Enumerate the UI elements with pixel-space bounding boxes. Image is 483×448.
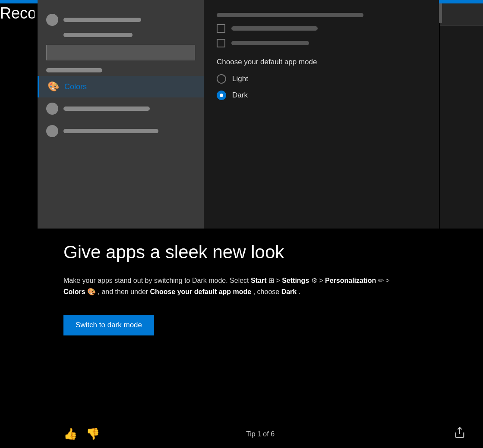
desc-gear-icon: ⚙ xyxy=(311,277,317,284)
sidebar-line-1 xyxy=(63,107,150,111)
main-description: Make your apps stand out by switching to… xyxy=(63,275,400,297)
radio-label-light: Light xyxy=(232,75,248,83)
desc-edit-icon: ✏ xyxy=(378,277,384,284)
radio-circle-dark[interactable] xyxy=(217,91,226,100)
sidebar-colors-item[interactable]: 🎨 Colors xyxy=(38,76,204,97)
desc-sep2: > xyxy=(319,277,325,284)
checkbox-2[interactable] xyxy=(217,39,225,47)
radio-dark[interactable]: Dark xyxy=(217,91,426,100)
sidebar-avatar xyxy=(46,14,58,26)
sidebar-search[interactable] xyxy=(46,45,195,60)
sidebar-top-item xyxy=(38,9,204,31)
app-name-partial: Reco xyxy=(0,4,35,22)
desc-settings: Settings xyxy=(282,277,309,284)
desc-end: . xyxy=(299,288,300,295)
desc-sep3: > xyxy=(385,277,389,284)
feedback-buttons: 👍 👎 xyxy=(63,427,100,441)
sidebar-line-2 xyxy=(63,129,158,133)
checkbox-label-1 xyxy=(231,26,318,31)
desc-dark: Dark xyxy=(281,288,297,295)
palette-icon: 🎨 xyxy=(47,81,59,92)
main-headline: Give apps a sleek new look xyxy=(63,241,466,263)
radio-label-dark: Dark xyxy=(232,91,248,100)
sidebar-item-2 xyxy=(38,120,204,142)
desc-colors: Colors xyxy=(63,288,85,295)
share-button[interactable] xyxy=(454,426,466,442)
desc-mid: , and then under xyxy=(98,288,150,295)
settings-preview: 🎨 Colors Choose your default app mode xyxy=(38,0,439,229)
settings-sidebar: 🎨 Colors xyxy=(38,0,204,229)
checkbox-label-2 xyxy=(231,41,309,45)
checkbox-row-1 xyxy=(217,24,426,33)
thumbs-up-button[interactable]: 👍 xyxy=(63,427,77,441)
switch-dark-mode-button[interactable]: Switch to dark mode xyxy=(63,315,154,335)
checkbox-row-2 xyxy=(217,39,426,47)
checkbox-1[interactable] xyxy=(217,24,225,33)
thumbs-down-button[interactable]: 👎 xyxy=(86,427,100,441)
desc-personalization: Personalization xyxy=(325,277,376,284)
sidebar-divider-text xyxy=(46,68,102,72)
colors-label: Colors xyxy=(64,82,87,91)
settings-content: Choose your default app mode Light Dark xyxy=(204,0,439,229)
content-top-line xyxy=(217,13,363,17)
desc-windows-icon: ⊞ xyxy=(268,277,274,284)
sidebar-sub-line xyxy=(63,33,133,37)
desc-palette-icon: 🎨 xyxy=(87,288,96,295)
mode-title: Choose your default app mode xyxy=(217,58,426,66)
radio-circle-light[interactable] xyxy=(217,74,226,84)
sidebar-circle-2 xyxy=(46,125,58,137)
sidebar-circle-1 xyxy=(46,103,58,115)
sidebar-item-1 xyxy=(38,97,204,120)
desc-start: Start xyxy=(251,277,266,284)
main-content: Give apps a sleek new look Make your app… xyxy=(38,229,483,448)
sidebar-top-line xyxy=(63,18,141,22)
desc-outro: , choose xyxy=(253,288,281,295)
tip-counter: Tip 1 of 6 xyxy=(246,430,275,438)
bottom-bar: 👍 👎 Tip 1 of 6 xyxy=(38,420,483,448)
right-panel-top xyxy=(440,0,483,26)
radio-light[interactable]: Light xyxy=(217,74,426,84)
desc-intro: Make your apps stand out by switching to… xyxy=(63,277,251,284)
desc-sep1: > xyxy=(276,277,282,284)
desc-mode-label: Choose your default app mode xyxy=(150,288,252,295)
